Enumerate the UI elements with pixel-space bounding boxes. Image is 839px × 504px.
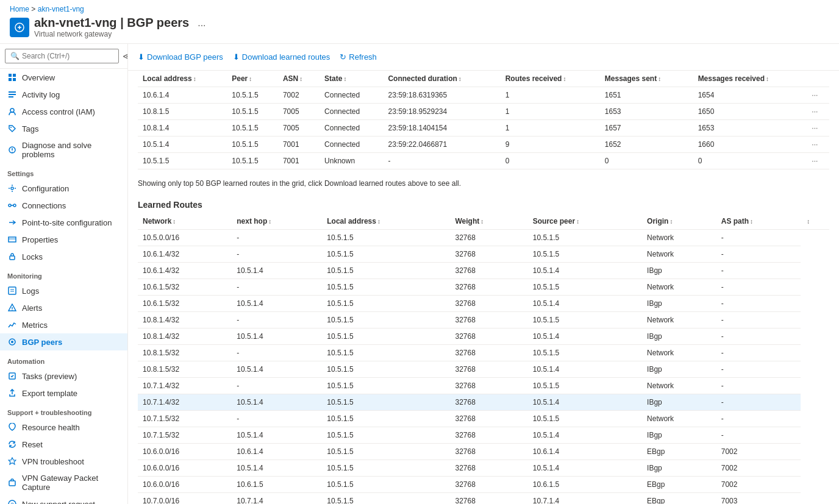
table-cell: 10.5.1.5 (227, 137, 278, 153)
table-cell: 10.6.1.5 (528, 477, 642, 493)
learned-routes-table: Network ↕next hop ↕Local address ↕Weight… (138, 213, 829, 504)
table-cell: 10.5.1.4 (232, 460, 322, 477)
table-cell: 10.5.1.5 (322, 296, 450, 312)
sidebar-item-reset[interactable]: Reset (0, 436, 127, 453)
page-icon (10, 18, 29, 37)
table-cell: 32768 (450, 394, 527, 411)
row-actions[interactable]: ··· (807, 120, 829, 137)
toolbar: ⬇ Download BGP peers ⬇ Download learned … (128, 44, 839, 71)
sidebar-item-connections[interactable]: Connections (0, 197, 127, 214)
table-cell: Network (642, 411, 716, 427)
sidebar-item-properties[interactable]: Properties (0, 231, 127, 248)
row-actions[interactable]: ··· (807, 104, 829, 120)
sidebar-item-locks[interactable]: Locks (0, 248, 127, 265)
sidebar-item-resource-health[interactable]: Resource health (0, 419, 127, 436)
sort-icon[interactable]: ↕ (669, 218, 673, 225)
overview-icon (7, 73, 17, 82)
svg-point-8 (10, 108, 14, 112)
search-field[interactable]: 🔍 (5, 49, 119, 63)
sidebar-item-label: Connections (22, 201, 66, 210)
download-routes-button[interactable]: ⬇ Download learned routes (233, 50, 330, 64)
breadcrumb-page[interactable]: akn-vnet1-vng (38, 5, 84, 13)
download-bgp-label: Download BGP peers (147, 52, 223, 62)
sort-icon[interactable]: ↕ (459, 76, 462, 82)
table-cell: Connected (320, 104, 383, 120)
table-cell: 10.5.1.4 (528, 263, 642, 279)
table-cell: 10.5.1.5 (322, 493, 450, 505)
sort-icon[interactable]: ↕ (658, 76, 661, 82)
sidebar-item-iam[interactable]: Access control (IAM) (0, 103, 127, 120)
sort-icon[interactable]: ↕ (343, 76, 346, 82)
table-cell: 10.5.1.4 (232, 328, 322, 345)
sidebar-item-tags[interactable]: Tags (0, 120, 127, 137)
sort-icon[interactable]: ↕ (299, 76, 302, 82)
sidebar-item-configuration[interactable]: Configuration (0, 180, 127, 197)
top-nav: Overview Activity log Access control (IA… (0, 69, 127, 163)
configuration-icon (7, 183, 17, 193)
table-cell: 10.5.1.5 (322, 477, 450, 493)
ellipsis-button[interactable]: ... (194, 16, 209, 30)
bgp-table-header-row: Local address ↕Peer ↕ASN ↕State ↕Connect… (138, 71, 829, 87)
row-actions[interactable]: ··· (807, 153, 829, 169)
refresh-button[interactable]: ↻ Refresh (340, 50, 377, 64)
sort-icon[interactable]: ↕ (766, 76, 769, 82)
download-bgp-button[interactable]: ⬇ Download BGP peers (138, 50, 223, 64)
table-cell: IBgp (642, 263, 716, 279)
table-cell: 10.5.1.5 (322, 444, 450, 460)
sort-icon[interactable]: ↕ (750, 218, 753, 225)
sidebar-item-alerts[interactable]: Alerts (0, 299, 127, 316)
sidebar-item-export[interactable]: Export template (0, 385, 127, 402)
svg-point-12 (9, 204, 11, 207)
table-cell: Network (642, 312, 716, 328)
breadcrumb-separator: > (31, 5, 37, 13)
table-cell: Connected (320, 137, 383, 153)
table-cell: 10.5.1.4 (528, 460, 642, 477)
table-cell: 32768 (450, 493, 527, 505)
sidebar-item-overview[interactable]: Overview (0, 69, 127, 86)
sort-icon[interactable]: ↕ (576, 218, 579, 225)
bgp-table-column-header (807, 71, 829, 87)
sidebar-item-vpn-troubleshoot[interactable]: VPN troubleshoot (0, 453, 127, 470)
sort-icon[interactable]: ↕ (563, 76, 566, 82)
table-cell: - (716, 230, 801, 246)
resource-health-icon (7, 422, 17, 432)
sidebar-item-label: Point-to-site configuration (22, 218, 112, 227)
table-cell: - (716, 263, 801, 279)
table-row: 10.8.1.4/3210.5.1.410.5.1.53276810.5.1.4… (138, 328, 829, 345)
table-cell: 1 (501, 104, 600, 120)
sidebar-item-p2s[interactable]: Point-to-site configuration (0, 214, 127, 231)
row-actions[interactable]: ··· (807, 87, 829, 104)
breadcrumb-home[interactable]: Home (10, 5, 29, 13)
table-cell: 10.8.1.5/32 (138, 345, 232, 361)
sort-icon[interactable]: ↕ (173, 218, 176, 225)
routes-table-column-header: Local address ↕ (322, 213, 450, 230)
sidebar: 🔍 ≪ Overview Activity log (0, 44, 128, 504)
sort-icon[interactable]: ↕ (807, 218, 810, 225)
sidebar-item-label: Locks (22, 252, 43, 261)
sidebar-item-activity-log[interactable]: Activity log (0, 86, 127, 103)
connections-icon (7, 201, 17, 210)
sort-icon[interactable]: ↕ (480, 218, 484, 225)
row-actions[interactable]: ··· (807, 137, 829, 153)
sidebar-item-bgp-peers[interactable]: BGP peers (0, 333, 127, 350)
sort-icon[interactable]: ↕ (377, 218, 380, 225)
sort-icon[interactable]: ↕ (249, 76, 252, 82)
tasks-icon (7, 371, 17, 381)
sort-icon[interactable]: ↕ (268, 218, 271, 225)
sidebar-item-diagnose[interactable]: Diagnose and solve problems (0, 137, 127, 163)
sidebar-item-support-request[interactable]: ? New support request (0, 495, 127, 504)
sidebar-item-label: Configuration (22, 184, 69, 193)
collapse-button[interactable]: ≪ (121, 50, 128, 62)
search-input[interactable] (22, 52, 113, 60)
table-cell: 32768 (450, 296, 527, 312)
table-cell: 23:59:18.9529234 (383, 104, 500, 120)
sort-icon[interactable]: ↕ (193, 76, 196, 82)
sidebar-item-metrics[interactable]: Metrics (0, 316, 127, 333)
table-cell: 10.5.1.4 (528, 361, 642, 378)
sidebar-item-logs[interactable]: Logs (0, 282, 127, 299)
table-cell: 32768 (450, 427, 527, 444)
search-icon: 🔍 (10, 52, 20, 60)
p2s-icon (7, 218, 17, 227)
sidebar-item-tasks[interactable]: Tasks (preview) (0, 367, 127, 385)
sidebar-item-packet-capture[interactable]: VPN Gateway Packet Capture (0, 470, 127, 495)
